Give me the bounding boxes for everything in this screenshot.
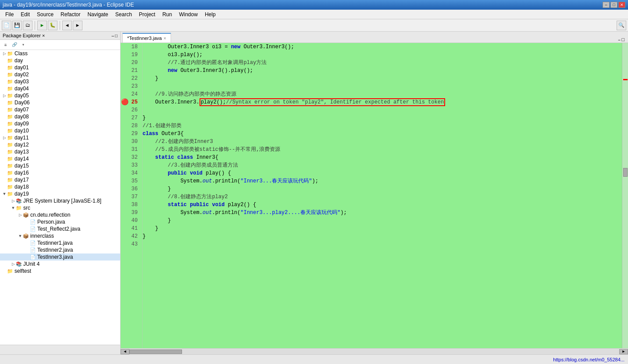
tree-item-day19[interactable]: ▼ 📁 day19 [0, 190, 120, 197]
minimize-button[interactable]: – [603, 2, 610, 8]
run-button[interactable]: ▶ [37, 21, 47, 30]
maximize-button[interactable]: □ [610, 2, 617, 8]
horizontal-scroll-track[interactable] [129, 349, 619, 354]
tree-item-day04[interactable]: 📁 day04 [0, 85, 120, 92]
menu-refactor[interactable]: Refactor [57, 11, 84, 18]
tree-item-TestInner3[interactable]: 📄 TestInner3.java [0, 253, 120, 261]
code-line-28: //1.创建外部类 [143, 122, 622, 130]
folder-icon-day18: 📁 [7, 184, 13, 190]
tree-label-day17: day17 [14, 177, 29, 183]
tree-item-day11[interactable]: ▷ 📁 day11 [0, 134, 120, 141]
editor-maximize-icon[interactable]: □ [621, 37, 624, 43]
close-button[interactable]: ✕ [618, 2, 625, 8]
horizontal-scrollbar[interactable]: ◀ ▶ [121, 348, 628, 354]
tree-item-TestInner2[interactable]: 📄 TestInner2.java [0, 246, 120, 253]
search-button[interactable]: 🔍 [617, 21, 626, 30]
tree-item-junit4[interactable]: ▷ 📚 JUnit 4 [0, 261, 120, 268]
tree-item-day15[interactable]: 📁 day15 [0, 162, 120, 169]
tree-item-day16[interactable]: 📁 day16 [0, 169, 120, 176]
tree-label-day10: day10 [14, 128, 29, 134]
debug-button[interactable]: 🐛 [48, 21, 57, 30]
tree-label-selftest: selftest [14, 268, 31, 274]
tree-item-cn-detu[interactable]: ▷ 📦 cn.detu.reflection [0, 211, 120, 218]
code-line-19: oi3.play(); [143, 51, 622, 59]
new-button[interactable]: 📄 [2, 21, 11, 30]
tree-item-selftest[interactable]: 📁 selftest [0, 268, 120, 275]
scroll-left-btn[interactable]: ◀ [121, 349, 129, 354]
tree-item-day14[interactable]: 📁 day14 [0, 155, 120, 162]
tree-item-day01[interactable]: 📁 day01 [0, 64, 120, 71]
menu-window[interactable]: Window [175, 11, 201, 18]
tab-close-button[interactable]: × [164, 36, 166, 41]
tree-item-day03[interactable]: 📁 day03 [0, 78, 120, 85]
tree-item-day07[interactable]: 📁 day07 [0, 106, 120, 113]
tree-item-day13[interactable]: 📁 day13 [0, 148, 120, 155]
expand-arrow-Class: ▷ [2, 51, 7, 56]
menu-project[interactable]: Project [136, 11, 159, 18]
tree-item-day17[interactable]: 📁 day17 [0, 176, 120, 183]
editor-overview-ruler [622, 43, 628, 348]
line-number-gutter: 18 19 20 21 22 23 24 25 26 27 28 29 30 3… [127, 43, 143, 348]
save-all-button[interactable]: 🗂 [23, 21, 32, 30]
code-line-21: new Outer3.Inner3().play(); [143, 67, 622, 75]
tree-item-TestReflect2[interactable]: 📄 Test_Reflect2.java [0, 225, 120, 232]
ln-27: 27 [129, 114, 139, 122]
tree-item-Class[interactable]: ▷ 📁 Class [0, 50, 120, 57]
tree-item-day09[interactable]: 📁 day09 [0, 120, 120, 127]
scrollbar-thumb[interactable] [623, 168, 628, 177]
tree-label-TestInner2: TestInner2.java [37, 247, 73, 253]
horizontal-scroll-thumb[interactable] [129, 350, 182, 354]
menu-navigate[interactable]: Navigate [84, 11, 111, 18]
lib-icon-jre: 📚 [16, 198, 22, 204]
ln-34: 34 [129, 169, 139, 177]
menu-run[interactable]: Run [159, 11, 175, 18]
java-icon-Person: 📄 [30, 219, 36, 225]
title-bar: java - day19/src/innerclass/TestInner3.j… [0, 0, 628, 10]
tree-item-Person[interactable]: 📄 Person.java [0, 218, 120, 225]
ln-37: 37 [129, 193, 139, 201]
tree-item-day08[interactable]: 📁 day08 [0, 113, 120, 120]
expand-arrow-day11: ▷ [2, 136, 7, 140]
menu-file[interactable]: File [2, 11, 17, 18]
tree-item-day02[interactable]: 📁 day02 [0, 71, 120, 78]
tree-item-day[interactable]: 📁 day [0, 57, 120, 64]
editor-tab-TestInner3[interactable]: *TestInner3.java × [122, 33, 171, 43]
panel-resize-handle[interactable] [0, 348, 120, 352]
tree-item-Testinner1[interactable]: 📄 Testinner1.java [0, 239, 120, 246]
tree-item-day05[interactable]: ▷ 📁 day05 [0, 92, 120, 99]
menu-edit[interactable]: Edit [17, 11, 33, 18]
package-explorer-tree: ▷ 📁 Class 📁 day 📁 day01 📁 day02 [0, 50, 120, 345]
expand-arrow-day05: ▷ [2, 93, 7, 98]
menu-search[interactable]: Search [112, 11, 136, 18]
lib-icon-junit4: 📚 [16, 261, 22, 267]
code-line-40: } [143, 217, 622, 225]
tree-item-src[interactable]: ▼ 📁 src [0, 204, 120, 211]
forward-button[interactable]: ▶ [73, 21, 82, 30]
folder-icon-day13: 📁 [7, 149, 13, 155]
code-line-31: //5.成员内部类被static修饰--并不常用,浪费资源 [143, 146, 622, 153]
back-button[interactable]: ◀ [62, 21, 72, 30]
panel-menu-button[interactable]: ▾ [19, 41, 27, 49]
java-icon-TestInner3: 📄 [30, 254, 36, 260]
menu-source[interactable]: Source [33, 11, 57, 18]
code-editor[interactable]: Outer3.Inner3 oi3 = new Outer3.Inner3();… [143, 43, 622, 348]
tree-item-innerclass[interactable]: ▼ 📦 innerclass [0, 232, 120, 239]
editor-minimize-icon[interactable]: – [618, 37, 621, 43]
tree-item-Day06[interactable]: 📁 Day06 [0, 99, 120, 106]
tree-item-day18[interactable]: 📁 day18 [0, 183, 120, 190]
tree-item-day12[interactable]: 📁 day12 [0, 141, 120, 148]
code-line-23 [143, 82, 622, 90]
folder-icon-day03: 📁 [7, 79, 13, 85]
save-button[interactable]: 💾 [12, 21, 22, 30]
tree-label-Class: Class [14, 50, 28, 57]
menu-help[interactable]: Help [201, 11, 219, 18]
tree-item-day10[interactable]: 📁 day10 [0, 127, 120, 134]
scroll-right-btn[interactable]: ▶ [619, 349, 628, 354]
link-with-editor-button[interactable]: 🔗 [11, 41, 18, 49]
folder-icon-day14: 📁 [7, 156, 13, 162]
collapse-all-button[interactable]: ⇊ [2, 41, 10, 49]
panel-maximize-icon[interactable]: □ [115, 33, 118, 38]
tree-item-jre[interactable]: ▷ 📚 JRE System Library [JavaSE-1.8] [0, 197, 120, 204]
panel-minimize-icon[interactable]: – [111, 33, 114, 38]
ln-39: 39 [129, 209, 139, 217]
